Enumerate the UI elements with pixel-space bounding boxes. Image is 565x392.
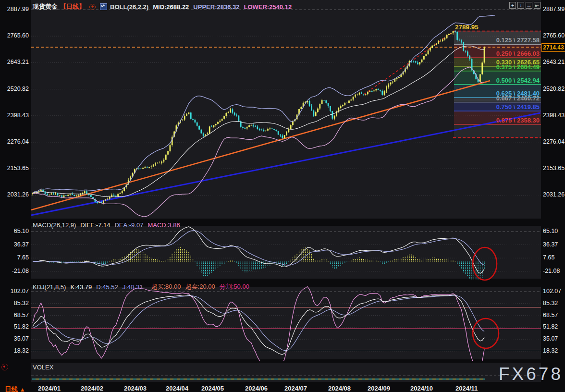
candle[interactable]	[113, 195, 115, 196]
candle[interactable]	[386, 87, 387, 91]
candle[interactable]	[321, 100, 323, 104]
candle[interactable]	[394, 79, 395, 82]
candle[interactable]	[215, 124, 217, 125]
candle[interactable]	[86, 191, 87, 194]
candle[interactable]	[355, 95, 356, 97]
indicator-settings-icon[interactable]: +	[89, 4, 96, 10]
candle[interactable]	[317, 109, 319, 112]
candle[interactable]	[74, 195, 75, 196]
candle[interactable]	[219, 121, 221, 122]
snap-right-icon[interactable]: ⇤	[534, 2, 540, 9]
candle[interactable]	[359, 93, 360, 95]
candle[interactable]	[51, 193, 52, 195]
candle[interactable]	[97, 202, 98, 203]
candle[interactable]	[157, 163, 159, 163]
candle[interactable]	[145, 167, 146, 168]
candle[interactable]	[344, 103, 345, 105]
candle[interactable]	[186, 114, 187, 116]
candle[interactable]	[340, 106, 342, 108]
candle[interactable]	[184, 116, 185, 119]
candle[interactable]	[63, 196, 65, 197]
candle[interactable]	[444, 38, 445, 40]
candle[interactable]	[59, 196, 61, 196]
candle[interactable]	[361, 93, 362, 94]
candle[interactable]	[65, 196, 67, 196]
candle[interactable]	[319, 104, 320, 109]
candle[interactable]	[430, 48, 431, 50]
chart-type-icon[interactable]	[100, 3, 107, 10]
candle[interactable]	[107, 199, 109, 200]
candle[interactable]	[61, 196, 62, 197]
candle[interactable]	[228, 112, 229, 113]
candle[interactable]	[90, 195, 92, 197]
candle[interactable]	[398, 77, 400, 78]
candle[interactable]	[348, 100, 350, 103]
candle[interactable]	[275, 130, 277, 131]
candle[interactable]	[261, 130, 262, 130]
candle[interactable]	[163, 160, 165, 162]
candle[interactable]	[244, 128, 246, 129]
candle[interactable]	[194, 120, 196, 122]
candle[interactable]	[207, 134, 208, 135]
candle[interactable]	[278, 131, 279, 135]
candle[interactable]	[138, 168, 140, 169]
candle[interactable]	[280, 135, 281, 135]
candle[interactable]	[217, 122, 219, 124]
candle[interactable]	[384, 91, 385, 95]
candle[interactable]	[436, 44, 437, 45]
candle[interactable]	[378, 89, 379, 90]
candle[interactable]	[313, 110, 314, 116]
candle[interactable]	[431, 46, 433, 48]
candle[interactable]	[419, 62, 420, 64]
candle[interactable]	[159, 163, 160, 163]
candle[interactable]	[238, 116, 239, 122]
candle[interactable]	[105, 199, 106, 200]
candle[interactable]	[213, 125, 214, 127]
candle[interactable]	[371, 91, 373, 92]
candle[interactable]	[438, 41, 439, 44]
candle[interactable]	[380, 90, 381, 91]
candle[interactable]	[440, 41, 442, 41]
candle[interactable]	[369, 91, 370, 92]
candle[interactable]	[223, 116, 225, 119]
candle[interactable]	[388, 85, 389, 87]
candle[interactable]	[230, 109, 231, 112]
boll-params-label[interactable]: BOLL(26,2.2)	[110, 3, 148, 11]
candle[interactable]	[448, 34, 450, 35]
candle[interactable]	[267, 129, 269, 131]
candle[interactable]	[446, 35, 448, 38]
bottom-period-label[interactable]: 日线	[5, 386, 18, 392]
candle[interactable]	[334, 116, 335, 119]
candle[interactable]	[197, 122, 198, 126]
trendline-support-orange[interactable]	[31, 81, 490, 210]
candle[interactable]	[396, 78, 398, 79]
candle[interactable]	[286, 132, 287, 135]
candle[interactable]	[390, 83, 392, 85]
candle[interactable]	[271, 128, 273, 129]
candle[interactable]	[363, 94, 364, 94]
candle[interactable]	[450, 33, 452, 34]
candle[interactable]	[311, 106, 312, 110]
candle[interactable]	[290, 125, 292, 129]
candle[interactable]	[392, 82, 393, 83]
candle[interactable]	[323, 100, 325, 100]
kdj-params-label[interactable]: KDJ(21,8,5)	[33, 283, 66, 291]
candle[interactable]	[381, 91, 383, 95]
candle[interactable]	[257, 126, 258, 129]
candle[interactable]	[40, 190, 42, 191]
candle[interactable]	[53, 193, 54, 194]
candle[interactable]	[292, 121, 294, 125]
candle[interactable]	[259, 129, 260, 130]
candle[interactable]	[353, 97, 354, 99]
candle[interactable]	[288, 129, 289, 132]
candle[interactable]	[47, 194, 48, 196]
candle[interactable]	[84, 191, 86, 193]
candle[interactable]	[142, 168, 144, 169]
candle[interactable]	[454, 31, 456, 32]
candle[interactable]	[117, 194, 119, 196]
candle[interactable]	[153, 165, 154, 167]
candle[interactable]	[209, 126, 210, 133]
candle[interactable]	[421, 60, 423, 62]
candle[interactable]	[246, 127, 248, 128]
candle[interactable]	[373, 90, 375, 91]
